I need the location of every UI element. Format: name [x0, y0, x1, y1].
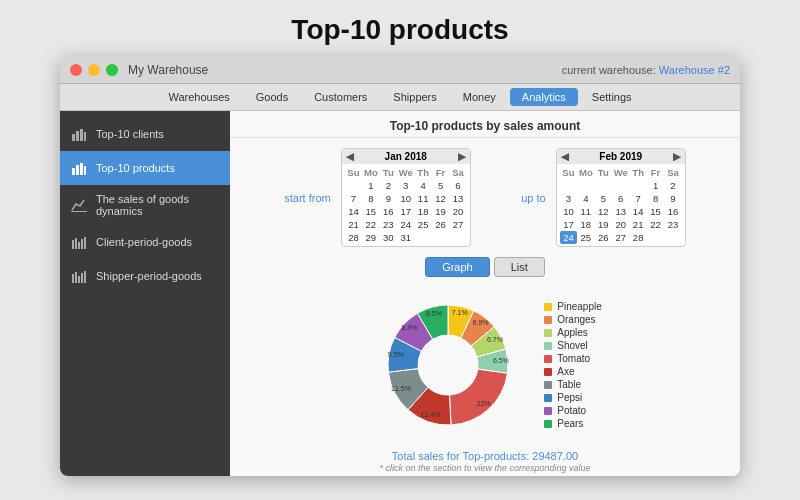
warehouse-link[interactable]: Warehouse #2 [659, 64, 730, 76]
tab-goods[interactable]: Goods [244, 88, 300, 106]
cal-left-week1: . 1 2 3 4 5 6 [345, 179, 467, 192]
sidebar-item-sales-dynamics[interactable]: The sales of goods dynamics [60, 185, 230, 225]
svg-rect-2 [80, 129, 83, 141]
legend-item: Tomato [544, 353, 601, 364]
tab-settings[interactable]: Settings [580, 88, 644, 106]
legend-item: Table [544, 379, 601, 390]
tab-customers[interactable]: Customers [302, 88, 379, 106]
legend-label: Pepsi [557, 392, 582, 403]
sidebar-label-shipper-period-goods: Shipper-period-goods [96, 270, 202, 282]
chart-grouped2-icon [70, 267, 88, 285]
page-title: Top-10 products [291, 0, 508, 56]
svg-rect-13 [84, 237, 86, 249]
start-from-label: start from [284, 192, 330, 204]
cal-right-prev[interactable]: ◀ [561, 151, 569, 162]
chart-legend: PineappleOrangesApplesShovelTomatoAxeTab… [544, 301, 601, 429]
sidebar-item-top10-clients[interactable]: Top-10 clients [60, 117, 230, 151]
svg-rect-10 [75, 238, 77, 249]
sidebar-label-top10-clients: Top-10 clients [96, 128, 164, 140]
cal-right-grid: Su Mo Tu We Th Fr Sa . . . [557, 164, 685, 246]
chart-bar-icon-active [70, 159, 88, 177]
legend-label: Table [557, 379, 581, 390]
tab-money[interactable]: Money [451, 88, 508, 106]
legend-item: Axe [544, 366, 601, 377]
list-button[interactable]: List [494, 257, 545, 277]
sidebar: Top-10 clients Top-10 products The sales… [60, 111, 230, 476]
legend-item: Pears [544, 418, 601, 429]
svg-rect-7 [84, 166, 86, 175]
svg-text:6.7%: 6.7% [487, 336, 503, 343]
current-warehouse: current warehouse: Warehouse #2 [562, 64, 730, 76]
footer-total: Total sales for Top-products: 29487.00 [230, 447, 740, 463]
sidebar-item-shipper-period-goods[interactable]: Shipper-period-goods [60, 259, 230, 293]
chart-line-icon [70, 196, 88, 214]
legend-label: Tomato [557, 353, 590, 364]
legend-label: Apples [557, 327, 588, 338]
start-calendar[interactable]: ◀ Jan 2018 ▶ Su Mo Tu We Th Fr [341, 148, 471, 247]
warehouse-label: current warehouse: [562, 64, 656, 76]
tab-shippers[interactable]: Shippers [381, 88, 448, 106]
calendars-section: start from ◀ Jan 2018 ▶ Su Mo Tu [230, 138, 740, 253]
svg-rect-6 [80, 163, 83, 175]
legend-color [544, 303, 552, 311]
svg-rect-4 [72, 168, 75, 175]
start-from-wrapper: start from ◀ Jan 2018 ▶ Su Mo Tu [284, 148, 470, 247]
svg-rect-14 [72, 274, 74, 283]
svg-text:9.5%: 9.5% [388, 351, 404, 358]
svg-text:12.4%: 12.4% [421, 411, 441, 418]
cal-left-week3: 14 15 16 17 18 19 20 [345, 205, 467, 218]
content-header: Top-10 products by sales amount [230, 111, 740, 138]
svg-rect-12 [81, 239, 83, 249]
donut-chart[interactable]: 7.1%6.9%6.7%6.5%22%12.4%11.5%9.5%8.9%8.5… [368, 285, 528, 445]
cal-left-next[interactable]: ▶ [458, 151, 466, 162]
cal-right-days-header: Su Mo Tu We Th Fr Sa [560, 166, 682, 179]
sidebar-label-client-period-goods: Client-period-goods [96, 236, 192, 248]
app-name: My Warehouse [128, 63, 208, 77]
cal-left-prev[interactable]: ◀ [346, 151, 354, 162]
cal-right-week5: 24 25 26 27 28 . . [560, 231, 682, 244]
main-content: Top-10 clients Top-10 products The sales… [60, 111, 740, 476]
nav-tabs: Warehouses Goods Customers Shippers Mone… [60, 84, 740, 111]
cal-right-next[interactable]: ▶ [673, 151, 681, 162]
legend-color [544, 368, 552, 376]
legend-label: Shovel [557, 340, 588, 351]
cal-left-title: Jan 2018 [385, 151, 427, 162]
close-button[interactable] [70, 64, 82, 76]
view-buttons: Graph List [230, 253, 740, 281]
maximize-button[interactable] [106, 64, 118, 76]
tab-warehouses[interactable]: Warehouses [156, 88, 241, 106]
svg-rect-16 [78, 276, 80, 283]
svg-rect-5 [76, 165, 79, 175]
sidebar-item-client-period-goods[interactable]: Client-period-goods [60, 225, 230, 259]
sidebar-item-top10-products[interactable]: Top-10 products [60, 151, 230, 185]
cal-right-header: ◀ Feb 2019 ▶ [557, 149, 685, 164]
cal-left-grid: Su Mo Tu We Th Fr Sa . 1 2 [342, 164, 470, 246]
legend-color [544, 407, 552, 415]
graph-button[interactable]: Graph [425, 257, 490, 277]
sidebar-label-top10-products: Top-10 products [96, 162, 175, 174]
cal-right-week4: 17 18 19 20 21 22 23 [560, 218, 682, 231]
minimize-button[interactable] [88, 64, 100, 76]
legend-item: Apples [544, 327, 601, 338]
traffic-lights [70, 64, 118, 76]
end-calendar[interactable]: ◀ Feb 2019 ▶ Su Mo Tu We Th Fr [556, 148, 686, 247]
footer-note: * click on the section to view the corre… [230, 463, 740, 476]
svg-rect-0 [72, 134, 75, 141]
cal-left-week4: 21 22 23 24 25 26 27 [345, 218, 467, 231]
legend-label: Potato [557, 405, 586, 416]
svg-text:7.1%: 7.1% [452, 309, 468, 316]
svg-rect-3 [84, 132, 86, 141]
chart-grouped-icon [70, 233, 88, 251]
cal-right-week3: 10 11 12 13 14 15 16 [560, 205, 682, 218]
legend-item: Potato [544, 405, 601, 416]
tab-analytics[interactable]: Analytics [510, 88, 578, 106]
content-area: Top-10 products by sales amount start fr… [230, 111, 740, 476]
chart-area: 7.1%6.9%6.7%6.5%22%12.4%11.5%9.5%8.9%8.5… [230, 281, 740, 447]
legend-label: Oranges [557, 314, 595, 325]
legend-color [544, 355, 552, 363]
up-to-label: up to [501, 192, 546, 204]
legend-color [544, 381, 552, 389]
legend-label: Pears [557, 418, 583, 429]
svg-rect-9 [72, 240, 74, 249]
legend-color [544, 420, 552, 428]
